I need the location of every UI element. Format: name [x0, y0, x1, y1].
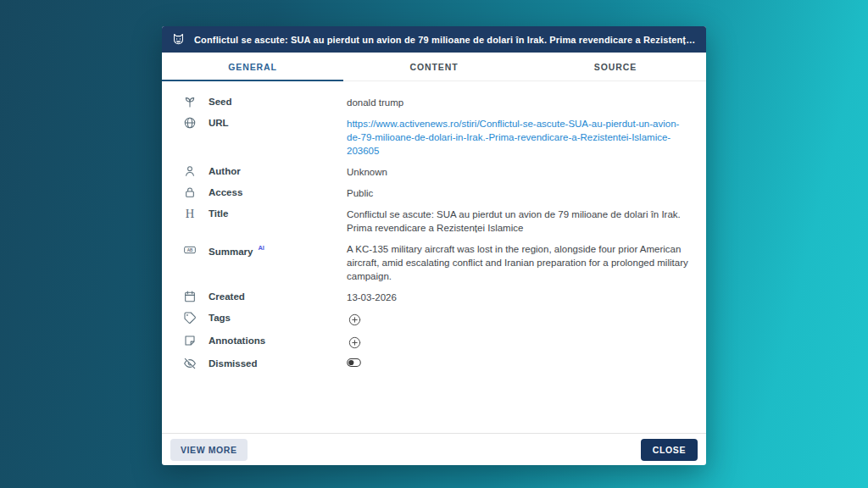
tab-source[interactable]: SOURCE	[525, 53, 706, 80]
field-row-access: Access Public	[183, 182, 696, 203]
person-icon	[183, 164, 197, 178]
created-value: 13-03-2026	[347, 290, 696, 304]
general-panel: Seed donald trump URL https://www.active…	[162, 81, 706, 433]
field-row-created: Created 13-03-2026	[183, 286, 696, 308]
lock-icon	[183, 186, 197, 199]
desktop-background: { "colors": { "header_bg": "#1d3b64", "t…	[0, 0, 868, 488]
field-label: URL	[209, 116, 229, 130]
svg-text:AB: AB	[187, 248, 193, 252]
field-label: Access	[209, 186, 242, 199]
note-icon	[183, 334, 197, 347]
access-value: Public	[347, 186, 696, 200]
modal-footer: VIEW MORE CLOSE	[162, 433, 706, 465]
field-label: Seed	[209, 95, 232, 108]
tab-general[interactable]: GENERAL	[162, 53, 343, 80]
globe-icon	[183, 116, 197, 130]
tab-bar: GENERAL CONTENT SOURCE	[162, 53, 706, 81]
field-label: SummaryAI	[209, 241, 264, 258]
field-row-annotations: Annotations	[183, 330, 696, 353]
detail-modal: Conflictul se ascute: SUA au pierdut un …	[162, 26, 706, 465]
tag-icon	[183, 311, 197, 324]
seed-value: donald trump	[347, 95, 696, 109]
field-row-seed: Seed donald trump	[183, 92, 696, 113]
view-more-button[interactable]: VIEW MORE	[170, 439, 248, 461]
url-link[interactable]: https://www.activenews.ro/stiri/Conflict…	[347, 119, 679, 156]
add-tag-button[interactable]	[347, 312, 362, 327]
author-value: Unknown	[347, 164, 696, 179]
field-label: Title	[209, 207, 228, 220]
modal-header: Conflictul se ascute: SUA au pierdut un …	[162, 26, 706, 53]
summary-icon: AB	[183, 243, 197, 257]
modal-title: Conflictul se ascute: SUA au pierdut un …	[194, 35, 697, 45]
title-value: Conflictul se ascute: SUA au pierdut un …	[347, 207, 696, 235]
calendar-icon	[183, 290, 197, 303]
field-label: Annotations	[209, 334, 265, 347]
field-row-title: H Title Conflictul se ascute: SUA au pie…	[183, 203, 696, 238]
summary-value: A KC-135 military aircraft was lost in t…	[347, 241, 696, 283]
mask-icon	[171, 32, 186, 47]
ai-badge: AI	[258, 244, 264, 252]
field-row-dismissed: Dismissed	[183, 353, 696, 374]
seedling-icon	[183, 95, 197, 108]
tab-content[interactable]: CONTENT	[343, 53, 525, 80]
field-row-url: URL https://www.activenews.ro/stiri/Conf…	[183, 113, 696, 161]
eye-off-icon	[183, 357, 197, 370]
field-label: Author	[209, 164, 241, 178]
close-button[interactable]: CLOSE	[641, 439, 698, 461]
dismissed-toggle[interactable]	[347, 358, 361, 368]
field-row-summary: AB SummaryAI A KC-135 military aircraft …	[183, 238, 696, 286]
add-annotation-button[interactable]	[347, 335, 362, 350]
field-row-author: Author Unknown	[183, 161, 696, 182]
heading-icon: H	[183, 207, 197, 220]
field-row-tags: Tags	[183, 308, 696, 330]
field-label: Created	[209, 290, 245, 303]
field-label: Dismissed	[209, 357, 258, 370]
field-label: Tags	[209, 311, 231, 324]
